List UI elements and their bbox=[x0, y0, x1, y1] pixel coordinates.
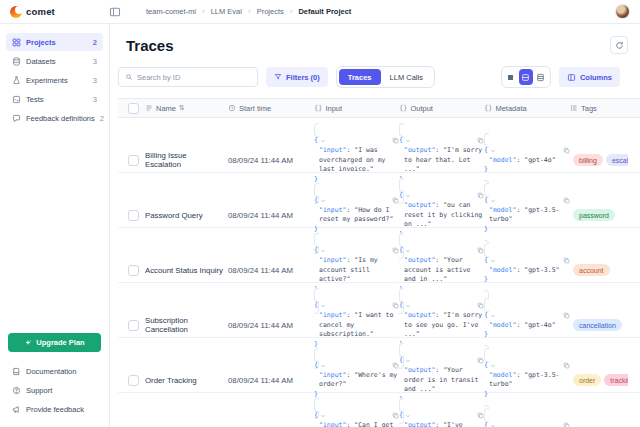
column-header-start-time[interactable]: Start time bbox=[228, 104, 314, 113]
chevron-down-icon[interactable] bbox=[320, 363, 326, 369]
close-brace: } bbox=[314, 175, 399, 185]
sidebar-item-tests[interactable]: Tests3 bbox=[6, 90, 103, 108]
select-all-checkbox[interactable] bbox=[128, 103, 139, 114]
tag-badge-order[interactable]: order bbox=[573, 374, 601, 386]
copy-icon[interactable] bbox=[477, 412, 484, 419]
search-input[interactable] bbox=[137, 73, 251, 82]
copy-icon[interactable] bbox=[563, 257, 570, 264]
sidebar-item-support[interactable]: Support bbox=[6, 381, 103, 399]
upgrade-plan-button[interactable]: Upgrade Plan bbox=[8, 333, 101, 352]
breadcrumb-item[interactable]: Default Project bbox=[298, 7, 351, 16]
chevron-down-icon[interactable] bbox=[320, 138, 326, 144]
copy-icon[interactable] bbox=[392, 197, 399, 204]
sidebar-item-documentation[interactable]: Documentation bbox=[6, 362, 103, 380]
chevron-down-icon[interactable] bbox=[405, 358, 411, 364]
chevron-down-icon[interactable] bbox=[320, 413, 326, 419]
chevron-down-icon[interactable] bbox=[405, 193, 411, 199]
chevron-down-icon[interactable] bbox=[490, 148, 496, 154]
tag-badge-password[interactable]: password bbox=[573, 209, 615, 221]
sidebar-footer: Upgrade Plan DocumentationSupportProvide… bbox=[0, 333, 109, 419]
chevron-down-icon[interactable] bbox=[405, 138, 411, 144]
chevron-down-icon[interactable] bbox=[405, 303, 411, 309]
tag-badge-cancellation[interactable]: cancellation bbox=[573, 319, 622, 331]
json-cell[interactable]: {"model": "gpt-3.5"} bbox=[484, 408, 570, 427]
open-brace: { bbox=[314, 196, 318, 206]
table-row[interactable]: Billing Issue Escalation 08/09/24 11:44 … bbox=[118, 118, 640, 173]
row-checkbox[interactable] bbox=[128, 155, 139, 166]
row-checkbox[interactable] bbox=[128, 265, 139, 276]
filters-button[interactable]: Filters (0) bbox=[266, 67, 328, 87]
copy-icon[interactable] bbox=[392, 302, 399, 309]
tag-badge-billing[interactable]: billing bbox=[573, 154, 603, 166]
json-key: "input" bbox=[319, 311, 346, 319]
density-default-button[interactable] bbox=[519, 69, 533, 85]
copy-icon[interactable] bbox=[563, 422, 570, 427]
sidebar-item-feedback-definitions[interactable]: Feedback definitions2 bbox=[6, 109, 103, 127]
row-checkbox[interactable] bbox=[128, 210, 139, 221]
copy-icon[interactable] bbox=[392, 362, 399, 369]
copy-icon[interactable] bbox=[477, 357, 484, 364]
density-compact-button[interactable] bbox=[504, 69, 518, 85]
sidebar-collapse-icon[interactable] bbox=[108, 5, 122, 19]
breadcrumb-item[interactable]: LLM Eval bbox=[211, 7, 242, 16]
chevron-down-icon[interactable] bbox=[490, 363, 496, 369]
segment-traces[interactable]: Traces bbox=[339, 69, 381, 85]
breadcrumb-item[interactable]: team-comet-ml bbox=[146, 7, 196, 16]
copy-icon[interactable] bbox=[392, 137, 399, 144]
segment-llm-calls[interactable]: LLM Calls bbox=[381, 69, 432, 85]
json-cell[interactable]: {"input": "Can I get a refund for my las… bbox=[314, 398, 399, 427]
refresh-button[interactable] bbox=[610, 36, 628, 54]
density-comfortable-button[interactable] bbox=[534, 69, 548, 85]
chevron-down-icon[interactable] bbox=[405, 248, 411, 254]
trace-name[interactable]: Subscription Cancellation bbox=[145, 316, 228, 334]
avatar[interactable] bbox=[615, 4, 630, 19]
tag-badge-tracking[interactable]: tracking bbox=[604, 374, 628, 386]
column-header-metadata[interactable]: {}Metadata bbox=[484, 104, 570, 113]
sidebar-item-projects[interactable]: Projects2 bbox=[6, 33, 103, 51]
chevron-down-icon[interactable] bbox=[490, 198, 496, 204]
copy-icon[interactable] bbox=[392, 412, 399, 419]
chevron-down-icon[interactable] bbox=[320, 248, 326, 254]
trace-name[interactable]: Billing Issue Escalation bbox=[145, 151, 228, 169]
copy-icon[interactable] bbox=[563, 197, 570, 204]
sidebar-item-provide-feedback[interactable]: Provide feedback bbox=[6, 400, 103, 418]
sidebar-item-count: 3 bbox=[93, 95, 97, 104]
row-checkbox[interactable] bbox=[128, 375, 139, 386]
chevron-down-icon[interactable] bbox=[490, 258, 496, 264]
chevron-down-icon[interactable] bbox=[405, 413, 411, 419]
comet-logo[interactable]: comet bbox=[10, 6, 86, 18]
trace-name[interactable]: Password Query bbox=[145, 211, 228, 220]
filters-label: Filters (0) bbox=[286, 73, 320, 82]
breadcrumb-item[interactable]: Projects bbox=[257, 7, 284, 16]
json-key: "output" bbox=[404, 311, 435, 319]
row-checkbox[interactable] bbox=[128, 320, 139, 331]
chevron-down-icon[interactable] bbox=[490, 423, 496, 427]
copy-icon[interactable] bbox=[477, 302, 484, 309]
sidebar-footer-links: DocumentationSupportProvide feedback bbox=[0, 362, 109, 418]
column-header-tags[interactable]: Tags bbox=[570, 104, 628, 113]
chevron-down-icon[interactable] bbox=[320, 198, 326, 204]
chevron-down-icon[interactable] bbox=[320, 303, 326, 309]
column-header-name[interactable]: Name⇅ bbox=[145, 104, 228, 113]
copy-icon[interactable] bbox=[477, 192, 484, 199]
copy-icon[interactable] bbox=[477, 137, 484, 144]
tag-badge-account[interactable]: account bbox=[573, 264, 610, 276]
copy-icon[interactable] bbox=[563, 362, 570, 369]
tag-badge-escalation[interactable]: escalation bbox=[606, 154, 628, 166]
copy-icon[interactable] bbox=[392, 247, 399, 254]
json-key: "input" bbox=[319, 371, 346, 379]
sort-icon[interactable]: ⇅ bbox=[179, 104, 185, 112]
copy-icon[interactable] bbox=[563, 312, 570, 319]
sidebar-item-experiments[interactable]: Experiments3 bbox=[6, 71, 103, 89]
sidebar-item-datasets[interactable]: Datasets3 bbox=[6, 52, 103, 70]
trace-name[interactable]: Account Status Inquiry bbox=[145, 266, 228, 275]
open-brace: { bbox=[484, 421, 488, 427]
copy-icon[interactable] bbox=[477, 247, 484, 254]
column-header-input[interactable]: {}Input bbox=[314, 104, 399, 113]
column-header-output[interactable]: {}Output bbox=[399, 104, 484, 113]
trace-name[interactable]: Order Tracking bbox=[145, 376, 228, 385]
copy-icon[interactable] bbox=[563, 147, 570, 154]
columns-button[interactable]: Columns bbox=[559, 67, 620, 87]
json-key: "input" bbox=[319, 206, 346, 214]
chevron-down-icon[interactable] bbox=[490, 313, 496, 319]
